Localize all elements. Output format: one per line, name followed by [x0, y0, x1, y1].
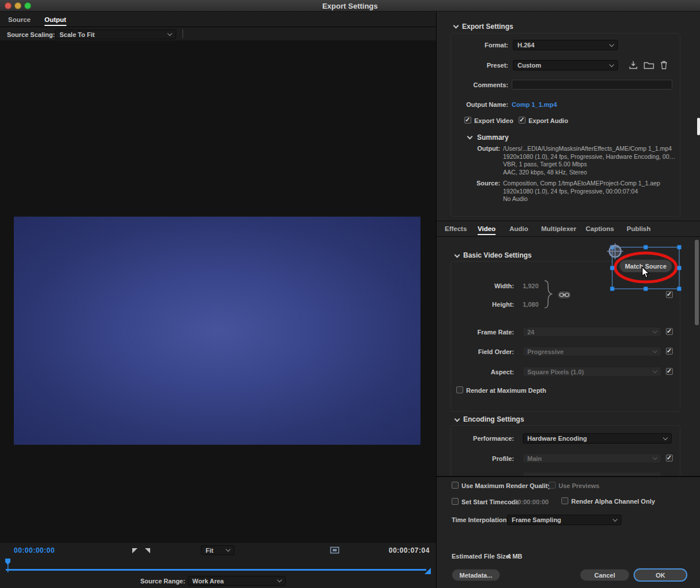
window-title: Export Settings — [0, 2, 700, 10]
summary-source-line: No Audio — [503, 195, 676, 203]
render-max-depth-checkbox[interactable] — [456, 386, 463, 393]
use-max-render-quality-checkbox[interactable] — [452, 482, 459, 489]
source-range-value: Work Area — [192, 578, 278, 585]
collapse-summary-icon[interactable] — [467, 134, 473, 140]
width-label: Width: — [445, 282, 514, 289]
ok-button[interactable]: OK — [634, 568, 687, 582]
set-start-timecode-checkbox[interactable] — [452, 498, 459, 505]
scrollbar-thumb[interactable] — [695, 240, 699, 325]
chevron-down-icon — [613, 516, 617, 521]
chevron-down-icon — [167, 31, 172, 36]
frame-rate-auto-checkbox[interactable] — [666, 328, 673, 335]
set-out-point-icon[interactable] — [144, 548, 151, 555]
dimensions-auto-checkbox[interactable] — [666, 291, 673, 298]
source-range-label: Source Range: — [140, 578, 185, 585]
source-scaling-value: Scale To Fit — [59, 31, 168, 38]
frame-rate-value: 24 — [527, 329, 653, 336]
format-value: H.264 — [517, 42, 610, 49]
cancel-button-label: Cancel — [594, 572, 615, 579]
crop-output-icon[interactable] — [330, 546, 340, 556]
export-video-label: Export Video — [474, 117, 513, 124]
performance-label: Performance: — [445, 435, 514, 442]
aspect-auto-checkbox[interactable] — [666, 368, 673, 375]
preset-label: Preset: — [439, 62, 508, 69]
collapse-encoding-icon[interactable] — [455, 416, 460, 422]
match-source-button[interactable]: Match Source — [619, 259, 672, 273]
export-settings-title: Export Settings — [462, 23, 513, 31]
match-source-label: Match Source — [625, 263, 667, 270]
field-order-auto-checkbox[interactable] — [666, 348, 673, 355]
composition-preview — [14, 217, 420, 445]
render-alpha-checkbox[interactable] — [561, 497, 568, 504]
height-value: 1,080 — [523, 301, 539, 308]
profile-label: Profile: — [445, 455, 514, 462]
render-max-depth-label: Render at Maximum Depth — [466, 387, 546, 394]
export-audio-label: Export Audio — [528, 117, 568, 124]
time-interpolation-value: Frame Sampling — [512, 516, 613, 523]
export-settings-window: Export Settings Source Output Source Sca… — [0, 0, 700, 588]
output-name-label: Output Name: — [439, 101, 508, 108]
save-preset-icon[interactable] — [628, 60, 638, 71]
tab-audio[interactable]: Audio — [509, 225, 528, 232]
field-order-select: Progressive — [523, 347, 661, 356]
comments-label: Comments: — [439, 81, 508, 88]
source-range-select[interactable]: Work Area — [188, 576, 286, 586]
chevron-down-icon — [277, 578, 282, 582]
export-video-checkbox[interactable] — [464, 117, 471, 124]
tab-output[interactable]: Output — [44, 16, 66, 26]
height-label: Height: — [445, 301, 514, 308]
start-timecode-value: 00:00:00:00 — [514, 498, 549, 505]
format-select[interactable]: H.264 — [513, 40, 618, 50]
window-scrollbar-thumb[interactable] — [697, 118, 700, 135]
current-timecode: 00:00:00:00 — [14, 546, 55, 554]
source-scaling-select[interactable]: Scale To Fit — [55, 29, 176, 39]
frame-rate-label: Frame Rate: — [445, 329, 514, 336]
comments-input[interactable] — [512, 80, 672, 90]
chevron-down-icon — [226, 547, 230, 552]
preset-select[interactable]: Custom — [513, 60, 618, 70]
playhead[interactable] — [5, 558, 12, 574]
field-order-label: Field Order: — [445, 348, 514, 355]
summary-output-line: AAC, 320 kbps, 48 kHz, Stereo — [503, 169, 676, 177]
metadata-button[interactable]: Metadata... — [452, 569, 500, 581]
tab-publish[interactable]: Publish — [627, 225, 651, 232]
format-label: Format: — [439, 42, 508, 49]
tab-multiplexer[interactable]: Multiplexer — [541, 225, 576, 232]
time-interpolation-select[interactable]: Frame Sampling — [507, 515, 621, 525]
delete-preset-icon[interactable] — [660, 60, 668, 71]
work-area-end-handle[interactable] — [423, 567, 431, 576]
export-audio-checkbox[interactable] — [519, 117, 526, 124]
divider — [437, 221, 700, 221]
source-scaling-label: Source Scaling: — [7, 31, 55, 38]
summary-output-text: /Users/...EDIA/UsingMasksinAfterEffects_… — [503, 145, 676, 176]
link-width-height-icon[interactable] — [557, 290, 572, 301]
divider — [437, 476, 700, 477]
width-value: 1,920 — [523, 282, 539, 289]
tab-effects[interactable]: Effects — [445, 225, 467, 232]
cancel-button[interactable]: Cancel — [580, 569, 630, 581]
zoom-level-value: Fit — [206, 547, 226, 554]
tab-captions[interactable]: Captions — [586, 225, 614, 232]
tab-source[interactable]: Source — [8, 16, 31, 23]
output-name-link[interactable]: Comp 1_1.mp4 — [512, 101, 557, 108]
import-preset-icon[interactable] — [643, 60, 654, 71]
collapse-export-settings-icon[interactable] — [453, 23, 459, 29]
collapse-basic-video-icon[interactable] — [455, 252, 460, 258]
set-in-point-icon[interactable] — [132, 548, 138, 555]
chevron-down-icon — [653, 348, 657, 353]
work-area-bar[interactable] — [6, 569, 426, 571]
preview-viewport — [0, 40, 436, 543]
ok-button-label: OK — [656, 572, 665, 579]
profile-select: Main — [523, 453, 661, 463]
basic-video-settings-title: Basic Video Settings — [463, 251, 531, 259]
metadata-button-label: Metadata... — [460, 572, 493, 579]
encoding-settings-title: Encoding Settings — [463, 415, 524, 423]
divider — [0, 27, 436, 27]
summary-output-line: /Users/...EDIA/UsingMasksinAfterEffects_… — [503, 145, 676, 153]
zoom-level-select[interactable]: Fit — [201, 545, 234, 555]
performance-select[interactable]: Hardware Encoding — [523, 433, 672, 444]
profile-auto-checkbox[interactable] — [666, 455, 673, 462]
tab-video[interactable]: Video — [478, 225, 496, 235]
aspect-select: Square Pixels (1.0) — [523, 367, 661, 377]
use-previews-checkbox — [549, 482, 556, 489]
